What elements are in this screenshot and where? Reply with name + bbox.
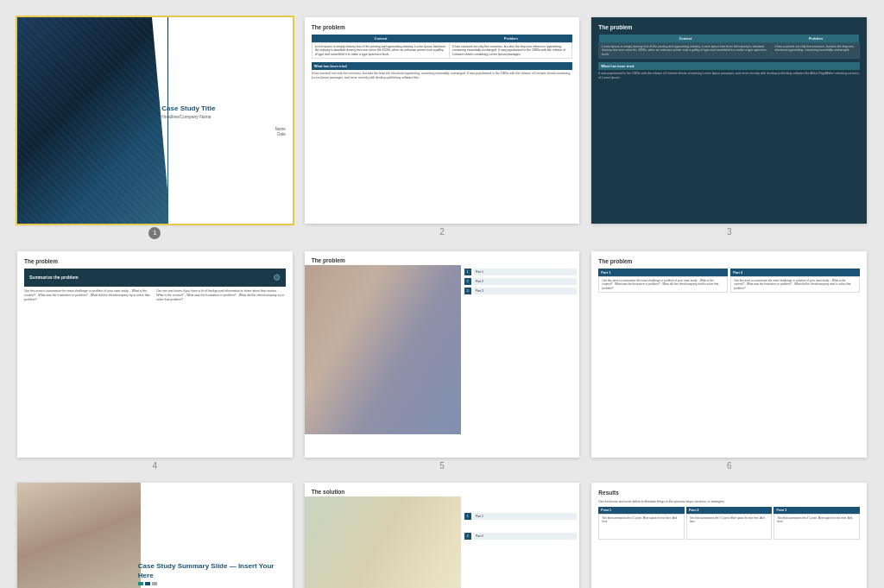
- slide3-body3: It was popularized in the 1960s with the…: [598, 72, 860, 80]
- slide3-body1: Lorem Ipsum is simply dummy text of the …: [599, 43, 772, 59]
- slide2-body1: Lorem Ipsum is simply dummy text of the …: [312, 43, 450, 59]
- slide3-header: The problem: [598, 24, 860, 30]
- slide8-header: The solution: [312, 489, 345, 495]
- slide5-item-1: 1 Part 1: [464, 269, 578, 275]
- slide9-description: Use the boxes and icons below to illustr…: [598, 500, 860, 504]
- slide3-col1-header: Context: [599, 35, 772, 43]
- slide-5[interactable]: The problem 1 Part 1 2 Part 2 3 Par: [305, 251, 580, 458]
- slide-7[interactable]: Case Study Summary Slide — Insert Your H…: [17, 483, 293, 588]
- slide9-col1-body: Text that summarizes the # 1 point. More…: [598, 514, 685, 540]
- slide-4-number: 4: [17, 461, 293, 471]
- slide9-col2-header: Point 2: [686, 507, 773, 514]
- slide6-col1-header: Part 1: [598, 269, 728, 276]
- slide7-content: Case Study Summary Slide — Insert Your H…: [17, 483, 293, 588]
- slide1-bg-image: [17, 17, 168, 224]
- slide5-item-2: 2 Part 2: [464, 278, 578, 285]
- slide4-header: The problem: [24, 258, 286, 264]
- slide6-header: The problem: [598, 258, 860, 264]
- slide-9-wrapper: Results Use the boxes and icons below to…: [591, 483, 867, 588]
- slide4-box-title: Summarize the problem: [29, 275, 79, 280]
- slide2-table: Context Problem Lorem Ipsum is simply du…: [312, 35, 573, 59]
- slide-1-wrapper: Case Study Title Headline/Company Name N…: [17, 17, 293, 239]
- slide-3-number: 3: [591, 227, 867, 237]
- slide8-image: [305, 496, 462, 588]
- slide6-col1-body: Use this area to summarize the exact cha…: [598, 276, 728, 293]
- slide2-content: The problem Context Problem Lorem Ipsum …: [305, 17, 580, 224]
- slide-2-wrapper: The problem Context Problem Lorem Ipsum …: [305, 17, 580, 239]
- slide5-content: The problem 1 Part 1 2 Part 2 3 Par: [305, 251, 580, 458]
- slide5-header: The problem: [312, 257, 345, 263]
- gear-icon: ⚙: [273, 273, 281, 282]
- slide-5-number: 5: [305, 461, 580, 471]
- slide-8-wrapper: The solution 1 Part 1 2 Part 2 8: [305, 483, 580, 588]
- slide8-item-1: 1 Part 1: [464, 513, 578, 520]
- slide5-image: [305, 265, 462, 434]
- slide4-two-col: Use this area to summarize the exact cha…: [24, 289, 286, 302]
- slide2-what-tried: What has been tried: [312, 62, 573, 70]
- slide2-body3: It has survived not only five centuries,…: [312, 72, 573, 80]
- slide-4-wrapper: The problem Summarize the problem ⚙ Use …: [17, 251, 293, 471]
- slide3-table: Context Problem Lorem Ipsum is simply du…: [598, 35, 860, 59]
- slide7-image: [17, 483, 141, 588]
- slide9-col3-header: Point 3: [774, 507, 860, 514]
- slide9-col2-body: Text that summarizes the # 1 point. More…: [686, 514, 773, 540]
- slide-1[interactable]: Case Study Title Headline/Company Name N…: [17, 17, 293, 224]
- slide-8[interactable]: The solution 1 Part 1 2 Part 2: [305, 483, 580, 588]
- slide8-list: 1 Part 1 2 Part 2: [464, 513, 578, 542]
- dot-blue: [145, 582, 150, 585]
- slide1-subtitle: Headline/Company Name: [161, 114, 285, 119]
- slide6-col2-body: Use this area to summarize the exact cha…: [730, 276, 860, 293]
- slide1-title: Case Study Title: [161, 104, 285, 113]
- slide5-list: 1 Part 1 2 Part 2 3 Part 3: [464, 269, 578, 297]
- slide3-col2-header: Problem: [772, 35, 860, 43]
- slide-2[interactable]: The problem Context Problem Lorem Ipsum …: [305, 17, 580, 224]
- slide-9[interactable]: Results Use the boxes and icons below to…: [591, 483, 867, 588]
- slide2-col1-header: Context: [312, 35, 450, 43]
- slide-7-wrapper: Case Study Summary Slide — Insert Your H…: [17, 483, 293, 588]
- slide8-item-2: 2 Part 2: [464, 533, 578, 540]
- slide8-content: The solution 1 Part 1 2 Part 2: [305, 483, 580, 588]
- slide9-content: Results Use the boxes and icons below to…: [591, 483, 867, 588]
- slide1-date: Date: [161, 132, 285, 136]
- slide4-col2: Use two text boxes if you have a lot of …: [156, 289, 285, 302]
- slide3-body2: It has survived not only five centuries,…: [772, 43, 860, 59]
- dot-teal: [138, 582, 143, 585]
- slide1-name: Name: [161, 127, 285, 131]
- slide-5-wrapper: The problem 1 Part 1 2 Part 2 3 Par: [305, 251, 580, 471]
- slide6-col2-header: Part 2: [730, 269, 860, 276]
- slide5-item-3: 3 Part 3: [464, 288, 578, 294]
- slide-1-number: 1: [148, 227, 161, 239]
- slide1-text-area: Case Study Title Headline/Company Name N…: [155, 17, 292, 224]
- dot-gray: [152, 582, 157, 585]
- slide7-dots: [138, 582, 287, 585]
- slide3-what-tried: What has been tried: [598, 62, 860, 70]
- slide-3-wrapper: The problem Context Problem Lorem Ipsum …: [591, 17, 867, 239]
- slide-6[interactable]: The problem Part 1 Use this area to summ…: [591, 251, 867, 458]
- slide3-content: The problem Context Problem Lorem Ipsum …: [591, 17, 867, 224]
- slide4-dark-box: Summarize the problem ⚙: [24, 269, 286, 287]
- slide2-header: The problem: [312, 24, 573, 30]
- slide4-content: The problem Summarize the problem ⚙ Use …: [17, 251, 293, 458]
- slide4-col1: Use this area to summarize the exact cha…: [24, 289, 153, 302]
- slide2-body2: It has survived not only five centuries,…: [450, 43, 572, 59]
- slide2-col2-header: Problem: [450, 35, 572, 43]
- slide-3[interactable]: The problem Context Problem Lorem Ipsum …: [591, 17, 867, 224]
- slide9-col3-body: Text that summarizes the # 1 point. More…: [774, 514, 860, 540]
- slide-2-number: 2: [305, 227, 580, 237]
- slide7-text: Case Study Summary Slide — Insert Your H…: [133, 483, 293, 588]
- slide-4[interactable]: The problem Summarize the problem ⚙ Use …: [17, 251, 293, 458]
- slide6-content: The problem Part 1 Use this area to summ…: [591, 251, 867, 458]
- slide6-headers: Part 1 Use this area to summarize the ex…: [598, 269, 860, 293]
- slide9-header: Results: [598, 490, 860, 496]
- slide-6-wrapper: The problem Part 1 Use this area to summ…: [591, 251, 867, 471]
- slide-6-number: 6: [591, 461, 867, 471]
- slide7-title: Case Study Summary Slide — Insert Your H…: [138, 562, 287, 580]
- slide9-col1-header: Point 1: [598, 507, 685, 514]
- slide-grid: Case Study Title Headline/Company Name N…: [0, 0, 884, 588]
- slide8-gap: [464, 522, 578, 533]
- slide9-results-table: Point 1 Text that summarizes the # 1 poi…: [598, 507, 860, 540]
